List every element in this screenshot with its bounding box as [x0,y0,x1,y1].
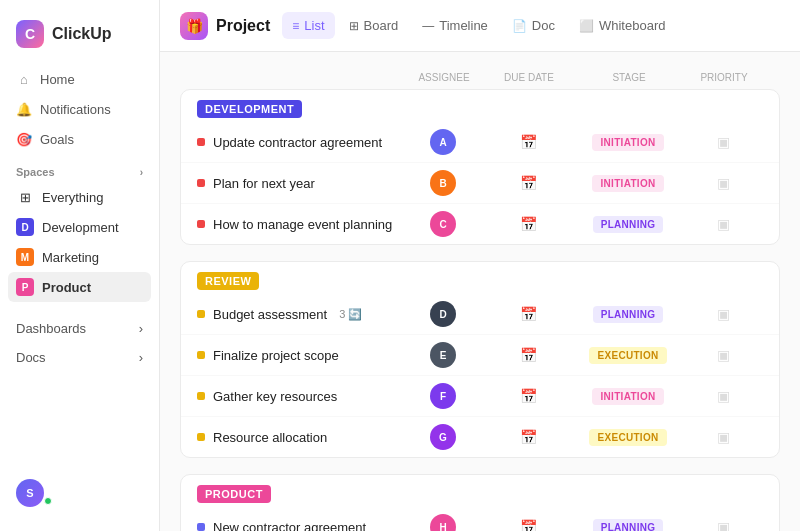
due-date-cell: 📅 [483,306,573,322]
table-row[interactable]: How to manage event planning C 📅 PLANNIN… [181,204,779,244]
task-name: New contractor agreement [197,520,403,532]
stage-cell: INITIATION [573,388,683,405]
sidebar-nav: ⌂ Home 🔔 Notifications 🎯 Goals [0,64,159,154]
list-icon: ≡ [292,19,299,33]
project-icon: 🎁 [180,12,208,40]
section-tag-review: REVIEW [197,272,259,290]
task-dot [197,392,205,400]
page-header: 🎁 Project ≡ List ⊞ Board — Timeline 📄 Do… [160,0,800,52]
task-dot [197,179,205,187]
col-duedate: DUE DATE [484,72,574,83]
priority-cell: ▣ [683,175,763,191]
content-area: ASSIGNEE DUE DATE STAGE PRIORITY DEVELOP… [160,52,800,531]
assignee-cell: A [403,129,483,155]
priority-cell: ▣ [683,388,763,404]
logo-icon: C [16,20,44,48]
table-row[interactable]: Resource allocation G 📅 EXECUTION ▣ [181,417,779,457]
chevron-icon: › [140,167,143,178]
user-avatar[interactable]: S [16,479,44,507]
table-row[interactable]: Plan for next year B 📅 INITIATION ▣ [181,163,779,204]
table-row[interactable]: Update contractor agreement A 📅 INITIATI… [181,122,779,163]
priority-icon: ▣ [717,216,730,232]
chevron-icon: › [139,350,143,365]
task-dot [197,220,205,228]
calendar-icon: 📅 [520,347,537,363]
space-label: Marketing [42,250,99,265]
due-date-cell: 📅 [483,429,573,445]
avatar: D [430,301,456,327]
task-name: Update contractor agreement [197,135,403,150]
stage-badge: INITIATION [592,175,663,192]
sidebar-item-dashboards[interactable]: Dashboards › [8,314,151,343]
priority-icon: ▣ [717,306,730,322]
sidebar-item-everything[interactable]: ⊞ Everything [8,182,151,212]
doc-icon: 📄 [512,19,527,33]
col-priority: PRIORITY [684,72,764,83]
spaces-section-label: Spaces › [0,154,159,182]
priority-cell: ▣ [683,134,763,150]
calendar-icon: 📅 [520,306,537,322]
due-date-cell: 📅 [483,216,573,232]
avatar: G [430,424,456,450]
table-row[interactable]: New contractor agreement H 📅 PLANNING ▣ [181,507,779,531]
priority-icon: ▣ [717,519,730,531]
col-stage: STAGE [574,72,684,83]
sidebar-item-product[interactable]: P Product [8,272,151,302]
priority-cell: ▣ [683,429,763,445]
assignee-cell: B [403,170,483,196]
stage-cell: PLANNING [573,216,683,233]
due-date-cell: 📅 [483,347,573,363]
task-name: Budget assessment 3 🔄 [197,307,403,322]
assignee-cell: D [403,301,483,327]
stage-badge: PLANNING [593,216,664,233]
due-date-cell: 📅 [483,388,573,404]
tab-board[interactable]: ⊞ Board [339,12,409,39]
sidebar-item-marketing[interactable]: M Marketing [8,242,151,272]
docs-label: Docs [16,350,46,365]
section-development: DEVELOPMENT Update contractor agreement … [180,89,780,245]
tab-timeline[interactable]: — Timeline [412,12,498,39]
board-icon: ⊞ [349,19,359,33]
calendar-icon: 📅 [520,388,537,404]
table-row[interactable]: Gather key resources F 📅 INITIATION ▣ [181,376,779,417]
avatar: A [430,129,456,155]
tab-doc[interactable]: 📄 Doc [502,12,565,39]
spaces-list: ⊞ Everything D Development M Marketing P… [0,182,159,302]
stage-cell: INITIATION [573,134,683,151]
task-name: Finalize project scope [197,348,403,363]
priority-cell: ▣ [683,347,763,363]
sidebar-item-goals[interactable]: 🎯 Goals [8,124,151,154]
priority-icon: ▣ [717,134,730,150]
task-dot [197,138,205,146]
dashboards-label: Dashboards [16,321,86,336]
table-row[interactable]: Finalize project scope E 📅 EXECUTION ▣ [181,335,779,376]
task-dot [197,310,205,318]
tab-label: Whiteboard [599,18,665,33]
sidebar: C ClickUp ⌂ Home 🔔 Notifications 🎯 Goals… [0,0,160,531]
task-name: Gather key resources [197,389,403,404]
sidebar-item-development[interactable]: D Development [8,212,151,242]
sidebar-item-notifications[interactable]: 🔔 Notifications [8,94,151,124]
avatar: B [430,170,456,196]
home-icon: ⌂ [16,71,32,87]
sidebar-item-label: Goals [40,132,74,147]
assignee-cell: E [403,342,483,368]
logo: C ClickUp [0,12,159,64]
due-date-cell: 📅 [483,134,573,150]
bell-icon: 🔔 [16,101,32,117]
priority-cell: ▣ [683,306,763,322]
section-tag-product: PRODUCT [197,485,271,503]
stage-badge: PLANNING [593,306,664,323]
priority-cell: ▣ [683,216,763,232]
task-name: Resource allocation [197,430,403,445]
table-row[interactable]: Budget assessment 3 🔄 D 📅 PLANNING ▣ [181,294,779,335]
sidebar-item-docs[interactable]: Docs › [8,343,151,372]
user-status-dot [44,497,52,505]
tab-whiteboard[interactable]: ⬜ Whiteboard [569,12,675,39]
sidebar-item-home[interactable]: ⌂ Home [8,64,151,94]
space-label: Product [42,280,91,295]
tab-label: Doc [532,18,555,33]
stage-badge: EXECUTION [589,347,666,364]
tab-list[interactable]: ≡ List [282,12,334,39]
priority-cell: ▣ [683,519,763,531]
